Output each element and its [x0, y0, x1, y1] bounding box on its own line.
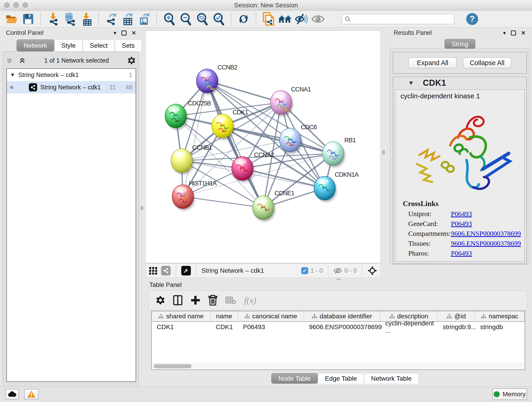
node-label: RB1	[344, 137, 356, 144]
add-column-icon[interactable]	[191, 295, 200, 305]
collection-expand-arrow-icon[interactable]: ▼	[10, 72, 15, 78]
column-header-shared-name[interactable]: shared name	[152, 311, 211, 321]
network-collection-row[interactable]: ▼ String Network – cdk1 1	[7, 69, 136, 81]
float-panel-icon[interactable]	[511, 31, 516, 36]
section-collapse-arrow-icon[interactable]: ▼	[408, 80, 414, 86]
tab-style[interactable]: Style	[54, 39, 83, 51]
network-row[interactable]: String Network – cdk1 11 48	[7, 81, 136, 94]
delete-table-icon[interactable]	[225, 296, 236, 304]
memory-button[interactable]: Memory	[493, 389, 527, 400]
crosslink-link[interactable]: P06493	[451, 249, 472, 257]
tab-edge-table[interactable]: Edge Table	[318, 373, 364, 384]
cloud-status-button[interactable]	[6, 389, 19, 400]
birds-eye-view-icon[interactable]	[367, 266, 377, 276]
export-image-icon[interactable]	[138, 12, 151, 26]
tab-string[interactable]: String	[444, 39, 475, 49]
warnings-button[interactable]	[24, 389, 38, 400]
network-node-RB1[interactable]: RB1	[322, 137, 356, 167]
selected-counts: 1 - 0	[310, 267, 323, 274]
column-header-canonical-name[interactable]: canonical name	[238, 311, 304, 321]
network-edge[interactable]	[207, 81, 263, 208]
table-cell[interactable]: P06493	[238, 322, 304, 332]
help-button[interactable]: ?	[466, 13, 478, 25]
table-cell[interactable]: stringdb	[475, 322, 525, 332]
splitter-handle[interactable]	[140, 206, 143, 211]
splitter-handle[interactable]	[382, 150, 385, 155]
zoom-in-icon[interactable]	[162, 12, 176, 26]
zoom-fit-icon[interactable]	[196, 12, 209, 26]
crosslink-link[interactable]: 9606.ENSP00000378699	[451, 240, 521, 247]
tab-network[interactable]: Network	[17, 39, 54, 51]
network-edge[interactable]	[183, 81, 207, 197]
gear-icon[interactable]	[127, 56, 136, 65]
hidden-elements-icon[interactable]	[333, 267, 342, 274]
network-share-view-icon[interactable]	[161, 266, 171, 275]
zoom-out-icon[interactable]	[179, 12, 192, 26]
panel-menu-icon[interactable]: ▾	[114, 30, 116, 36]
close-panel-icon[interactable]: ✕	[521, 30, 526, 36]
expand-all-button[interactable]: Expand All	[408, 57, 457, 68]
open-session-icon[interactable]	[5, 12, 18, 26]
minimize-window-button[interactable]	[13, 2, 19, 8]
network-node-CCNE1[interactable]: CCNE1	[253, 190, 294, 221]
delete-column-icon[interactable]	[209, 295, 217, 306]
network-node-HIST1H1A[interactable]: HIST1H1A	[172, 180, 217, 211]
search-input[interactable]	[353, 15, 449, 22]
import-table-icon[interactable]	[80, 12, 93, 26]
close-panel-icon[interactable]: ✕	[132, 30, 136, 36]
export-network-icon[interactable]	[104, 12, 118, 26]
float-panel-icon[interactable]	[121, 31, 127, 36]
export-table-icon[interactable]	[121, 12, 134, 26]
show-grid-icon[interactable]	[149, 266, 158, 275]
column-header-name[interactable]: name	[211, 311, 238, 321]
network-node-CCNA1[interactable]: CCNA1	[270, 86, 311, 116]
column-header-@id[interactable]: @id	[438, 311, 475, 321]
tab-node-table[interactable]: Node Table	[271, 373, 318, 384]
import-network-from-database-icon[interactable]	[63, 12, 76, 26]
table-cell[interactable]: stringdb:9...	[438, 322, 475, 332]
table-row[interactable]: CDK1CDK1P064939606.ENSP00000378699cyclin…	[152, 322, 525, 332]
network-view-canvas[interactable]: CCNB2CCNA1CDC25BCDK1CDC6RB1CCNB1CCNA2CDK…	[145, 31, 381, 263]
crosslink-link[interactable]: P06493	[451, 210, 472, 218]
table-cell[interactable]: CDK1	[211, 322, 238, 332]
hide-glass-eye-icon[interactable]	[295, 12, 308, 26]
open-view-in-window-icon[interactable]	[181, 266, 191, 275]
selected-nodes-checkbox[interactable]: ✓	[301, 267, 308, 274]
tab-sets[interactable]: Sets	[115, 39, 142, 51]
save-session-icon[interactable]	[22, 12, 35, 26]
panel-menu-icon[interactable]: ▾	[503, 30, 506, 36]
collapse-all-button[interactable]: Collapse All	[463, 57, 511, 68]
string-home-icon[interactable]	[278, 12, 292, 26]
gear-icon[interactable]	[156, 296, 165, 305]
search-box[interactable]	[342, 14, 454, 24]
crosslink-link[interactable]: P06493	[451, 220, 472, 228]
collapse-all-chevron-icon[interactable]	[6, 57, 13, 64]
clone-network-icon[interactable]	[262, 12, 275, 26]
table-horizontal-scrollbar[interactable]	[152, 363, 524, 369]
show-eye-icon[interactable]	[311, 12, 325, 26]
zoom-selected-icon[interactable]	[212, 12, 225, 26]
window-controls[interactable]	[4, 2, 28, 8]
column-header-database-identifier[interactable]: database identifier	[304, 311, 380, 321]
network-node-CDC6[interactable]: CDC6	[279, 124, 317, 154]
function-builder-icon[interactable]: f(x)	[244, 295, 256, 305]
select-columns-icon[interactable]	[173, 295, 182, 305]
scrollbar-thumb[interactable]	[153, 364, 191, 368]
expand-all-chevron-icon[interactable]	[19, 57, 26, 64]
close-window-button[interactable]	[4, 2, 10, 8]
import-network-icon[interactable]	[46, 12, 60, 26]
tab-select[interactable]: Select	[83, 39, 115, 51]
network-node-CDKN1A[interactable]: CDKN1A	[314, 171, 359, 202]
results-panel-title: Results Panel	[394, 29, 432, 36]
maximize-window-button[interactable]	[22, 2, 28, 8]
table-cell[interactable]: CDK1	[152, 322, 211, 332]
table-cell[interactable]: cyclin-dependent ...	[380, 322, 438, 332]
table-cell[interactable]: 9606.ENSP00000378699	[304, 322, 380, 332]
column-header-namespac[interactable]: namespac	[475, 311, 525, 321]
network-node-CDK1[interactable]: CDK1	[212, 109, 248, 140]
network-node-CCNB2[interactable]: CCNB2	[196, 64, 237, 95]
network-edge[interactable]	[183, 197, 263, 208]
apply-layout-icon[interactable]	[237, 12, 250, 26]
tab-network-table[interactable]: Network Table	[364, 373, 419, 384]
crosslink-link[interactable]: 9606.ENSP00000378699	[451, 230, 521, 237]
